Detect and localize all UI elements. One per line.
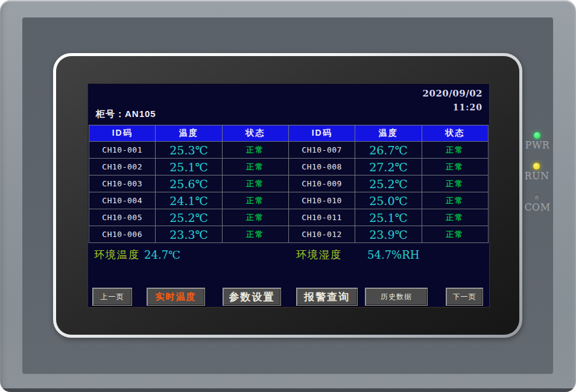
environment-readout: 环境温度 24.7℃ 环境湿度 54.7%RH xyxy=(88,246,489,264)
screen-rim: 2020/09/02 11:20 柜号：AN105 ID码 温度 状态 ID码 … xyxy=(53,53,522,338)
nav-button-bar: 上一页 实时温度 参数设置 报警查询 历史数据 下一页 xyxy=(88,288,489,306)
alarm-query-button[interactable]: 报警查询 xyxy=(296,288,358,306)
channel-temp: 25.2℃ xyxy=(156,209,222,226)
power-led-label: PWR xyxy=(521,139,554,151)
channel-status: 正常 xyxy=(222,142,288,159)
power-led-icon xyxy=(534,132,540,139)
ambient-temp-label: 环境温度 xyxy=(94,246,140,264)
channel-status: 正常 xyxy=(422,175,488,192)
channel-id: CH10-005 xyxy=(89,209,156,226)
table-header-row: ID码 温度 状态 ID码 温度 状态 xyxy=(89,125,489,142)
lcd-display: 2020/09/02 11:20 柜号：AN105 ID码 温度 状态 ID码 … xyxy=(87,83,490,308)
channel-temp: 27.2℃ xyxy=(355,159,422,175)
date-text: 2020/09/02 xyxy=(423,88,483,99)
channel-status: 正常 xyxy=(222,192,288,209)
col-header-temp-right: 温度 xyxy=(355,125,422,142)
channel-temp: 25.3℃ xyxy=(156,142,222,159)
channel-id: CH10-004 xyxy=(89,192,156,209)
table-row: CH10-004 24.1℃ 正常 CH10-010 25.0℃ 正常 xyxy=(89,192,489,209)
next-page-button[interactable]: 下一页 xyxy=(446,288,483,306)
channel-status: 正常 xyxy=(222,209,288,226)
channel-id: CH10-001 xyxy=(89,142,156,159)
channel-status: 正常 xyxy=(422,159,488,175)
channel-temp: 23.9℃ xyxy=(355,226,422,243)
channel-temp: 25.1℃ xyxy=(355,209,422,226)
realtime-temp-button[interactable]: 实时温度 xyxy=(147,288,205,306)
prev-page-button[interactable]: 上一页 xyxy=(92,288,132,306)
col-header-temp-left: 温度 xyxy=(156,125,222,142)
datetime-block: 2020/09/02 11:20 xyxy=(423,88,483,112)
channel-id: CH10-009 xyxy=(288,175,355,192)
channel-temp: 26.7℃ xyxy=(355,142,422,159)
channel-status: 正常 xyxy=(422,192,488,209)
ambient-humidity-label: 环境湿度 xyxy=(296,246,342,264)
run-led-label: RUN xyxy=(520,170,554,182)
channel-id: CH10-003 xyxy=(89,175,156,192)
cabinet-number-label: 柜号：AN105 xyxy=(96,109,156,120)
channel-temp: 25.2℃ xyxy=(355,175,422,192)
col-header-status-left: 状态 xyxy=(222,125,288,142)
channel-status: 正常 xyxy=(422,209,488,226)
channel-id: CH10-010 xyxy=(288,192,355,209)
table-row: CH10-006 23.3℃ 正常 CH10-012 23.9℃ 正常 xyxy=(89,226,489,243)
ambient-humidity-value: 54.7%RH xyxy=(367,246,419,264)
channel-status: 正常 xyxy=(222,226,288,243)
channel-temp: 25.6℃ xyxy=(156,175,222,192)
table-row: CH10-003 25.6℃ 正常 CH10-009 25.2℃ 正常 xyxy=(89,175,489,192)
col-header-id-left: ID码 xyxy=(89,125,156,142)
run-led-icon xyxy=(533,163,540,169)
channel-status: 正常 xyxy=(422,226,488,243)
com-led-icon xyxy=(534,194,540,201)
hmi-device-frame: 2020/09/02 11:20 柜号：AN105 ID码 温度 状态 ID码 … xyxy=(0,0,576,392)
temperature-table: ID码 温度 状态 ID码 温度 状态 CH10-001 25.3℃ 正常 CH… xyxy=(89,125,489,243)
parameter-settings-button[interactable]: 参数设置 xyxy=(223,288,281,306)
channel-status: 正常 xyxy=(222,159,288,175)
time-text: 11:20 xyxy=(423,103,483,112)
history-data-button[interactable]: 历史数据 xyxy=(365,288,428,306)
channel-id: CH10-011 xyxy=(288,209,355,226)
ambient-temp-value: 24.7℃ xyxy=(144,246,180,264)
channel-id: CH10-006 xyxy=(89,226,156,243)
channel-id: CH10-002 xyxy=(89,159,156,175)
channel-status: 正常 xyxy=(222,175,288,192)
table-row: CH10-005 25.2℃ 正常 CH10-011 25.1℃ 正常 xyxy=(89,209,489,226)
channel-id: CH10-012 xyxy=(288,226,355,243)
channel-temp: 24.1℃ xyxy=(156,192,222,209)
channel-id: CH10-007 xyxy=(288,142,355,159)
channel-id: CH10-008 xyxy=(288,159,355,175)
col-header-status-right: 状态 xyxy=(422,125,488,142)
device-bottom-edge xyxy=(0,388,576,392)
table-row: CH10-001 25.3℃ 正常 CH10-007 26.7℃ 正常 xyxy=(89,142,489,159)
channel-temp: 25.1℃ xyxy=(156,159,222,175)
com-led-label: COM xyxy=(521,201,554,213)
col-header-id-right: ID码 xyxy=(288,125,355,142)
table-row: CH10-002 25.1℃ 正常 CH10-008 27.2℃ 正常 xyxy=(89,159,489,175)
channel-temp: 25.0℃ xyxy=(355,192,422,209)
channel-status: 正常 xyxy=(422,142,488,159)
channel-temp: 23.3℃ xyxy=(156,226,222,243)
